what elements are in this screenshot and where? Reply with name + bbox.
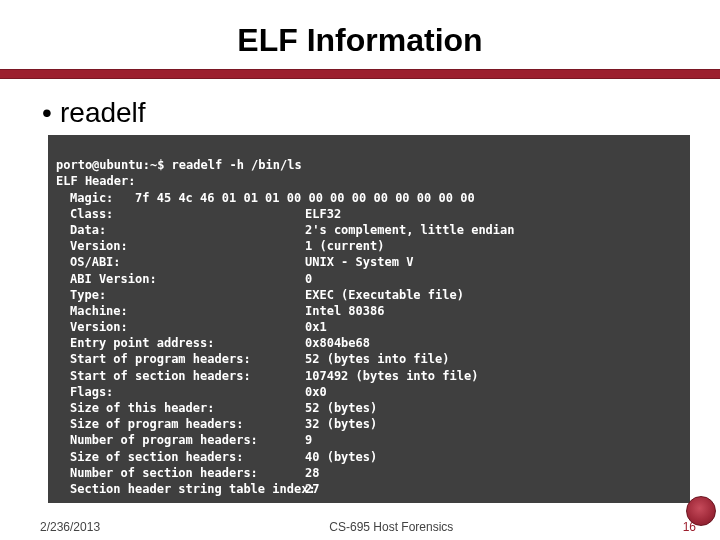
terminal-value: EXEC (Executable file)	[305, 287, 682, 303]
terminal-value: 32 (bytes)	[305, 416, 682, 432]
magic-value: 7f 45 4c 46 01 01 01 00 00 00 00 00 00 0…	[135, 191, 475, 205]
terminal-key: Version:	[70, 319, 305, 335]
terminal-key: Entry point address:	[70, 335, 305, 351]
terminal-key: Size of program headers:	[70, 416, 305, 432]
terminal-value: 2's complement, little endian	[305, 222, 682, 238]
terminal-key: Class:	[70, 206, 305, 222]
terminal-row: Size of program headers:32 (bytes)	[56, 416, 682, 432]
terminal-row: Section header string table index:27	[56, 481, 682, 497]
seal-icon	[686, 496, 716, 526]
terminal-key: Machine:	[70, 303, 305, 319]
terminal-value: 27	[305, 481, 682, 497]
terminal-row: Number of program headers:9	[56, 432, 682, 448]
terminal-value: UNIX - System V	[305, 254, 682, 270]
terminal-value: 107492 (bytes into file)	[305, 368, 682, 384]
terminal-value: 1 (current)	[305, 238, 682, 254]
terminal-row: Flags:0x0	[56, 384, 682, 400]
terminal-value: 9	[305, 432, 682, 448]
terminal-key: ABI Version:	[70, 271, 305, 287]
terminal-value: ELF32	[305, 206, 682, 222]
terminal-row: ABI Version:0	[56, 271, 682, 287]
terminal-row: Version:1 (current)	[56, 238, 682, 254]
terminal-key: Section header string table index:	[70, 481, 305, 497]
terminal-value: 0x1	[305, 319, 682, 335]
terminal-key: Number of program headers:	[70, 432, 305, 448]
terminal-key: Flags:	[70, 384, 305, 400]
terminal-value: 0x804be68	[305, 335, 682, 351]
terminal-row: Entry point address:0x804be68	[56, 335, 682, 351]
terminal-key: Start of section headers:	[70, 368, 305, 384]
magic-label: Magic:	[70, 191, 113, 205]
slide-title: ELF Information	[0, 0, 720, 69]
terminal-value: 0x0	[305, 384, 682, 400]
terminal-row: Class:ELF32	[56, 206, 682, 222]
terminal-key: Type:	[70, 287, 305, 303]
terminal-key: Size of this header:	[70, 400, 305, 416]
terminal-row: Machine:Intel 80386	[56, 303, 682, 319]
terminal-key: Number of section headers:	[70, 465, 305, 481]
terminal-row: Version:0x1	[56, 319, 682, 335]
terminal-row: OS/ABI:UNIX - System V	[56, 254, 682, 270]
terminal-value: 52 (bytes)	[305, 400, 682, 416]
terminal-value: 0	[305, 271, 682, 287]
terminal-row: Data:2's complement, little endian	[56, 222, 682, 238]
terminal-block: porto@ubuntu:~$ readelf -h /bin/ls ELF H…	[48, 135, 690, 503]
terminal-command: readelf -h /bin/ls	[172, 158, 302, 172]
terminal-key: OS/ABI:	[70, 254, 305, 270]
bullet-text: readelf	[60, 97, 146, 128]
terminal-value: 40 (bytes)	[305, 449, 682, 465]
footer: 2/236/2013 16 CS-695 Host Forensics	[0, 520, 720, 534]
terminal-value: 52 (bytes into file)	[305, 351, 682, 367]
terminal-row: Size of section headers:40 (bytes)	[56, 449, 682, 465]
terminal-row: Number of section headers:28	[56, 465, 682, 481]
terminal-value: Intel 80386	[305, 303, 682, 319]
footer-date: 2/236/2013	[40, 520, 100, 534]
terminal-key: Data:	[70, 222, 305, 238]
terminal-row: Type:EXEC (Executable file)	[56, 287, 682, 303]
terminal-key: Start of program headers:	[70, 351, 305, 367]
terminal-key: Version:	[70, 238, 305, 254]
footer-course: CS-695 Host Forensics	[40, 520, 696, 534]
terminal-row: Start of section headers:107492 (bytes i…	[56, 368, 682, 384]
terminal-value: 28	[305, 465, 682, 481]
terminal-prompt: porto@ubuntu:~$	[56, 158, 164, 172]
divider-bar	[0, 69, 720, 79]
terminal-row: Start of program headers:52 (bytes into …	[56, 351, 682, 367]
terminal-key: Size of section headers:	[70, 449, 305, 465]
bullet-item: •readelf	[0, 79, 720, 135]
bullet-dot: •	[42, 97, 60, 129]
terminal-row: Size of this header:52 (bytes)	[56, 400, 682, 416]
terminal-header: ELF Header:	[56, 174, 135, 188]
